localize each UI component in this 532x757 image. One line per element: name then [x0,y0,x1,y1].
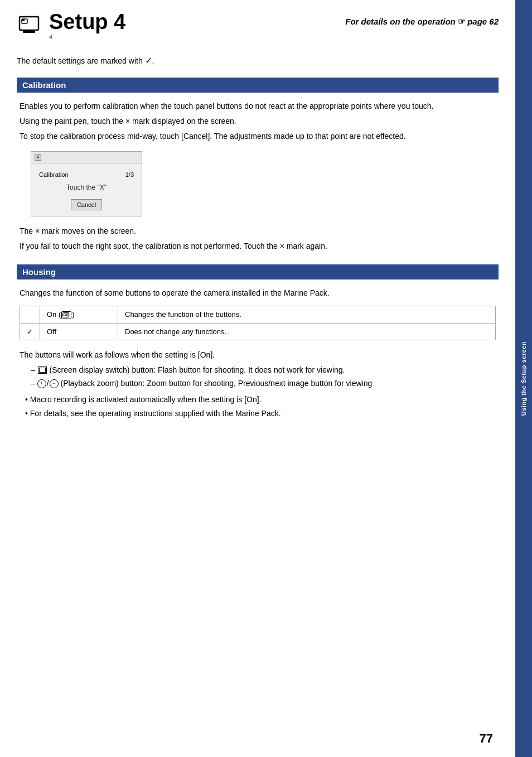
bullet-item-macro: Macro recording is activated automatical… [25,394,496,406]
svg-rect-2 [25,30,33,32]
table-row: ✓ Off Does not change any functions. [20,323,496,340]
calibration-para5: If you fail to touch the right spot, the… [20,240,496,252]
calibration-dialog: × Calibration 1/3 Touch the "X" Cancel [31,151,142,216]
calibration-section: Calibration Enables you to perform calib… [17,78,499,252]
page-title: Setup 4 [49,11,125,32]
housing-section: Housing Changes the function of some but… [17,264,499,420]
dash-item-screen: (Screen display switch) button: Flash bu… [31,364,496,376]
housing-body: Changes the function of some buttons to … [17,287,499,420]
bullet-item-details: For details, see the operating instructi… [25,408,496,420]
setup-icon [17,14,43,37]
table-desc-off: Does not change any functions. [118,323,496,340]
title-block: Setup 4 4 [49,11,125,40]
svg-point-7 [67,315,69,316]
dash-item-zoom: +/− (Playback zoom) button: Zoom button … [31,378,496,390]
svg-rect-8 [64,314,66,316]
calibration-para2: Using the paint pen, touch the × mark di… [20,115,496,127]
header-reference: For details on the operation ☞ page 62 [345,11,499,27]
dialog-title-row: Calibration 1/3 [37,171,136,178]
default-settings-note: The default settings are marked with ✓. [17,54,499,67]
dialog-cancel-button[interactable]: Cancel [71,199,102,210]
on-camera-icon [61,311,71,319]
housing-body-text: The buttons will work as follows when th… [20,349,496,361]
dialog-body: Calibration 1/3 Touch the "X" Cancel [31,163,142,216]
dialog-touch-label: Touch the "X" [37,184,136,191]
page-header: Setup 4 4 For details on the operation ☞… [17,11,499,40]
title-area: Setup 4 4 [17,11,125,40]
calibration-para4: The × mark moves on the screen. [20,225,496,237]
housing-table: On ( ) Changes the function of th [20,306,496,340]
page-subtitle: 4 [49,33,125,40]
svg-rect-4 [22,20,25,21]
side-tab: Using the Setup screen [515,0,532,757]
dialog-close-button[interactable]: × [35,154,41,161]
default-checkmark: ✓ [145,54,152,67]
ref-icon: ☞ [458,17,465,26]
svg-rect-9 [39,368,45,373]
calibration-para1: Enables you to perform calibration when … [20,100,496,112]
table-check-on [20,306,40,324]
screen-display-icon [38,367,47,374]
table-row: On ( ) Changes the function of th [20,306,496,324]
housing-intro: Changes the function of some buttons to … [20,287,496,299]
dialog-title: Calibration [39,171,69,178]
calibration-header: Calibration [17,78,499,93]
table-option-off: Off [40,323,118,340]
calibration-para3: To stop the calibration process mid-way,… [20,131,496,142]
calibration-body: Enables you to perform calibration when … [17,100,499,252]
housing-header: Housing [17,264,499,279]
zoom-in-icon: + [37,379,46,388]
housing-dash-list: (Screen display switch) button: Flash bu… [31,364,496,390]
side-tab-label: Using the Setup screen [520,341,527,416]
table-desc-on: Changes the function of the buttons. [118,306,496,324]
table-option-on: On ( ) [40,306,118,324]
dialog-titlebar: × [31,152,142,163]
dialog-step: 1/3 [125,171,134,178]
housing-bullet-list: Macro recording is activated automatical… [25,394,496,420]
zoom-icons: +/− [37,378,59,389]
page-number: 77 [480,731,493,746]
zoom-out-icon: − [50,379,59,388]
table-check-off: ✓ [20,323,40,340]
